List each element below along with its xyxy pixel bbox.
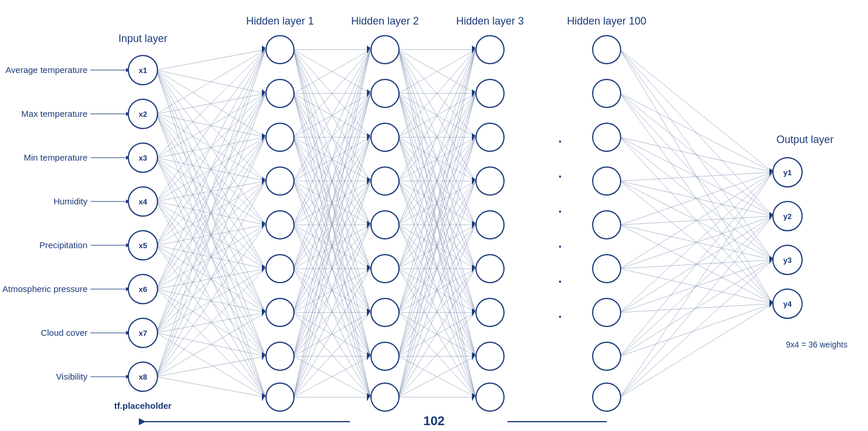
weights-label: 9x4 = 36 weights — [786, 340, 847, 349]
svg-point-352 — [476, 383, 504, 411]
svg-point-339 — [371, 211, 399, 239]
svg-point-347 — [476, 167, 504, 195]
svg-text:·: · — [558, 239, 562, 254]
svg-point-336 — [371, 79, 399, 107]
svg-point-345 — [476, 79, 504, 107]
svg-point-335 — [371, 36, 399, 64]
label-cloud-cover: Cloud cover — [41, 328, 88, 338]
svg-text:y3: y3 — [783, 256, 792, 265]
label-avg-temp: Average temperature — [5, 65, 88, 75]
svg-point-367 — [593, 383, 621, 411]
svg-point-350 — [476, 298, 504, 326]
label-visibility: Visibility — [56, 371, 88, 381]
h3-nodes — [476, 36, 504, 411]
svg-point-327 — [266, 79, 294, 107]
svg-text:x8: x8 — [139, 373, 147, 381]
bottom-102-label: 102 — [424, 413, 445, 428]
svg-point-360 — [593, 79, 621, 107]
svg-text:y1: y1 — [783, 168, 792, 177]
label-precipitation: Precipitation — [39, 240, 88, 250]
svg-point-351 — [476, 342, 504, 370]
svg-point-330 — [266, 211, 294, 239]
svg-point-337 — [371, 123, 399, 151]
svg-point-361 — [593, 123, 621, 151]
svg-point-349 — [476, 255, 504, 283]
svg-text:x7: x7 — [139, 329, 147, 338]
hidden-layer-1-label: Hidden layer 1 — [246, 15, 314, 27]
svg-text:x4: x4 — [139, 197, 148, 206]
svg-point-364 — [593, 255, 621, 283]
svg-point-362 — [593, 167, 621, 195]
hidden-layer-100-label: Hidden layer 100 — [567, 15, 646, 27]
svg-text:·: · — [558, 134, 562, 149]
label-min-temp: Min temperature — [24, 152, 88, 162]
label-max-temp: Max temperature — [22, 109, 88, 119]
svg-point-343 — [371, 383, 399, 411]
svg-text:x6: x6 — [139, 285, 147, 294]
svg-text:y4: y4 — [783, 300, 792, 308]
hidden-layer-3-label: Hidden layer 3 — [456, 15, 524, 27]
svg-point-344 — [476, 36, 504, 64]
svg-point-326 — [266, 36, 294, 64]
svg-point-365 — [593, 298, 621, 326]
svg-text:·: · — [558, 204, 562, 219]
svg-point-342 — [371, 342, 399, 370]
svg-text:y2: y2 — [783, 212, 792, 221]
svg-point-328 — [266, 123, 294, 151]
svg-point-331 — [266, 255, 294, 283]
svg-point-332 — [266, 298, 294, 326]
h1-nodes — [266, 36, 294, 411]
h2-nodes — [371, 36, 399, 411]
h100-nodes — [593, 36, 621, 411]
svg-text:·: · — [558, 169, 562, 184]
svg-point-329 — [266, 167, 294, 195]
hidden-layer-2-label: Hidden layer 2 — [351, 15, 419, 27]
svg-text:·: · — [558, 274, 562, 289]
tf-placeholder-label: tf.placeholder — [114, 401, 172, 411]
svg-text:x5: x5 — [139, 241, 147, 250]
svg-text:·: · — [558, 310, 562, 324]
output-layer-label: Output layer — [776, 134, 834, 145]
svg-point-359 — [593, 36, 621, 64]
label-humidity: Humidity — [54, 196, 88, 206]
svg-text:x3: x3 — [139, 154, 147, 162]
svg-point-348 — [476, 211, 504, 239]
svg-point-340 — [371, 255, 399, 283]
svg-point-363 — [593, 211, 621, 239]
svg-point-366 — [593, 342, 621, 370]
svg-point-346 — [476, 123, 504, 151]
svg-point-333 — [266, 342, 294, 370]
svg-point-338 — [371, 167, 399, 195]
label-atmospheric-pressure: Atmospheric pressure — [2, 284, 88, 294]
svg-text:x1: x1 — [139, 66, 147, 75]
svg-point-341 — [371, 298, 399, 326]
svg-text:x2: x2 — [139, 110, 147, 119]
svg-point-334 — [266, 383, 294, 411]
input-layer-label: Input layer — [118, 33, 167, 44]
